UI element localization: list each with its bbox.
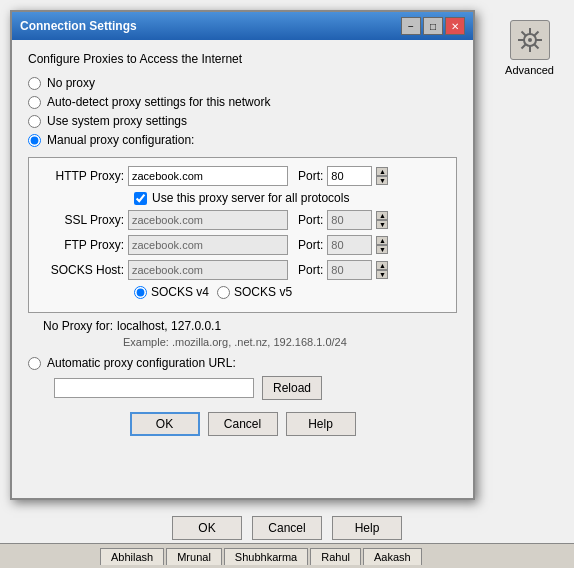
taskbar-tab-abhilash[interactable]: Abhilash [100,548,164,565]
maximize-button[interactable]: □ [423,17,443,35]
connection-settings-dialog: Connection Settings − □ ✕ Configure Prox… [10,10,475,500]
auto-proxy-radio[interactable] [28,357,41,370]
auto-proxy-url-row: Reload [44,376,457,400]
http-port-label: Port: [298,169,323,183]
advanced-panel[interactable]: Advanced [505,20,554,76]
taskbar-tab-aakash[interactable]: Aakash [363,548,422,565]
manual-proxy-option[interactable]: Manual proxy configuration: [28,133,457,147]
ftp-port-up[interactable]: ▲ [376,236,388,245]
system-proxy-radio[interactable] [28,115,41,128]
ssl-port-spinner[interactable]: ▲ ▼ [376,211,388,229]
taskbar-tab-mrunal[interactable]: Mrunal [166,548,222,565]
socks-host-input[interactable] [128,260,288,280]
socks-version-row: SOCKS v4 SOCKS v5 [134,285,446,299]
ssl-proxy-label: SSL Proxy: [39,213,124,227]
no-proxy-option[interactable]: No proxy [28,76,457,90]
socks-port-label: Port: [298,263,323,277]
advanced-icon [510,20,550,60]
auto-detect-option[interactable]: Auto-detect proxy settings for this netw… [28,95,457,109]
ftp-proxy-label: FTP Proxy: [39,238,124,252]
ssl-port-down[interactable]: ▼ [376,220,388,229]
browser-help-button[interactable]: Help [332,516,402,540]
auto-detect-label: Auto-detect proxy settings for this netw… [47,95,270,109]
http-proxy-row: HTTP Proxy: Port: ▲ ▼ [39,166,446,186]
ftp-port-label: Port: [298,238,323,252]
socks-port-spinner[interactable]: ▲ ▼ [376,261,388,279]
manual-proxy-label: Manual proxy configuration: [47,133,194,147]
http-port-input[interactable] [327,166,372,186]
socks-v4-label: SOCKS v4 [151,285,209,299]
taskbar-tab-shubhkarma[interactable]: Shubhkarma [224,548,308,565]
dialog-content: Configure Proxies to Access the Internet… [12,40,473,448]
svg-point-1 [528,38,532,42]
http-port-down[interactable]: ▼ [376,176,388,185]
close-button[interactable]: ✕ [445,17,465,35]
socks-v4-radio[interactable] [134,286,147,299]
socks-host-label: SOCKS Host: [39,263,124,277]
configure-heading: Configure Proxies to Access the Internet [28,52,457,66]
ssl-proxy-input[interactable] [128,210,288,230]
svg-line-6 [521,32,525,36]
ftp-port-input[interactable] [327,235,372,255]
browser-cancel-button[interactable]: Cancel [252,516,322,540]
titlebar-buttons: − □ ✕ [401,17,465,35]
taskbar-tab-rahul[interactable]: Rahul [310,548,361,565]
svg-line-8 [534,32,538,36]
ftp-port-down[interactable]: ▼ [376,245,388,254]
socks-port-up[interactable]: ▲ [376,261,388,270]
dialog-titlebar: Connection Settings − □ ✕ [12,12,473,40]
system-proxy-label: Use system proxy settings [47,114,187,128]
no-proxy-value: localhost, 127.0.0.1 [117,319,221,333]
ssl-port-label: Port: [298,213,323,227]
socks-port-down[interactable]: ▼ [376,270,388,279]
ftp-proxy-input[interactable] [128,235,288,255]
advanced-label: Advanced [505,64,554,76]
reload-button[interactable]: Reload [262,376,322,400]
no-proxy-label: No proxy [47,76,95,90]
no-proxy-label: No Proxy for: [28,319,113,333]
auto-proxy-option[interactable]: Automatic proxy configuration URL: [28,356,236,370]
svg-line-7 [534,44,538,48]
cancel-button[interactable]: Cancel [208,412,278,436]
http-port-spinner[interactable]: ▲ ▼ [376,167,388,185]
use-all-protocols-checkbox[interactable] [134,192,147,205]
proxy-radio-group: No proxy Auto-detect proxy settings for … [28,76,457,147]
socks-v4-option[interactable]: SOCKS v4 [134,285,209,299]
browser-bottom-buttons: OK Cancel Help [0,516,574,540]
example-text: Example: .mozilla.org, .net.nz, 192.168.… [123,336,457,348]
use-all-protocols-row: Use this proxy server for all protocols [134,191,446,205]
ftp-proxy-row: FTP Proxy: Port: ▲ ▼ [39,235,446,255]
ok-button[interactable]: OK [130,412,200,436]
browser-ok-button[interactable]: OK [172,516,242,540]
svg-line-9 [521,44,525,48]
socks-v5-radio[interactable] [217,286,230,299]
use-all-protocols-label: Use this proxy server for all protocols [152,191,349,205]
http-proxy-input[interactable] [128,166,288,186]
taskbar: Abhilash Mrunal Shubhkarma Rahul Aakash [0,543,574,568]
http-proxy-label: HTTP Proxy: [39,169,124,183]
socks-v5-label: SOCKS v5 [234,285,292,299]
socks-v5-option[interactable]: SOCKS v5 [217,285,292,299]
auto-proxy-label: Automatic proxy configuration URL: [47,356,236,370]
ssl-proxy-row: SSL Proxy: Port: ▲ ▼ [39,210,446,230]
manual-proxy-radio[interactable] [28,134,41,147]
minimize-button[interactable]: − [401,17,421,35]
help-button[interactable]: Help [286,412,356,436]
dialog-buttons: OK Cancel Help [28,412,457,436]
auto-detect-radio[interactable] [28,96,41,109]
ssl-port-up[interactable]: ▲ [376,211,388,220]
dialog-title: Connection Settings [20,19,137,33]
socks-port-input[interactable] [327,260,372,280]
proxy-config-section: HTTP Proxy: Port: ▲ ▼ Use this proxy ser… [28,157,457,313]
no-proxy-row: No Proxy for: localhost, 127.0.0.1 [28,319,457,333]
socks-host-row: SOCKS Host: Port: ▲ ▼ [39,260,446,280]
ssl-port-input[interactable] [327,210,372,230]
http-port-up[interactable]: ▲ [376,167,388,176]
ftp-port-spinner[interactable]: ▲ ▼ [376,236,388,254]
no-proxy-radio[interactable] [28,77,41,90]
system-proxy-option[interactable]: Use system proxy settings [28,114,457,128]
auto-proxy-row: Automatic proxy configuration URL: [28,356,457,370]
auto-proxy-url-input[interactable] [54,378,254,398]
